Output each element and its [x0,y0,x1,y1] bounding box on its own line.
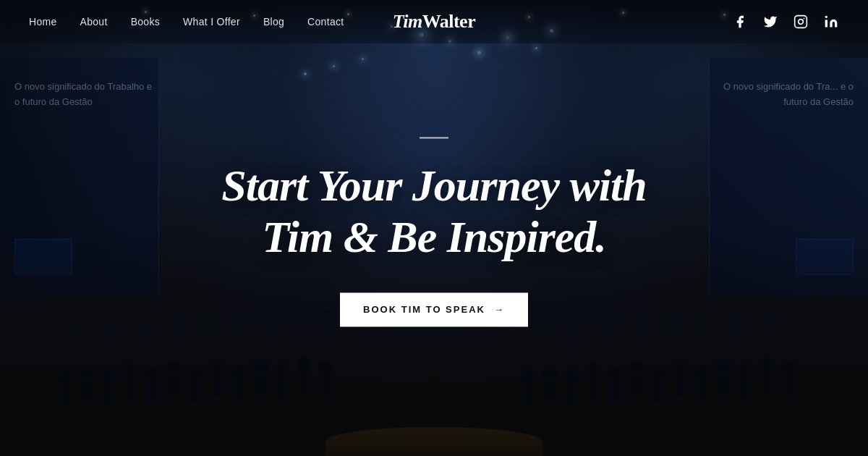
nav-item-contact[interactable]: Contact [307,16,344,28]
nav-links: Home About Books What I Offer Blog Conta… [29,16,344,28]
linkedin-icon[interactable] [823,14,839,30]
navbar: Home About Books What I Offer Blog Conta… [0,0,868,43]
hero-section: O novo significado do Trabalho e o futur… [0,0,868,456]
social-links [732,14,839,30]
svg-rect-118 [795,16,807,28]
nav-item-home[interactable]: Home [29,16,57,28]
nav-item-about[interactable]: About [80,16,108,28]
hero-divider [420,137,448,138]
cta-arrow: → [494,304,505,315]
facebook-icon[interactable] [732,14,748,30]
instagram-icon[interactable] [793,14,809,30]
svg-rect-120 [825,20,827,28]
cta-label: BOOK TIM TO SPEAK [363,304,485,315]
site-logo[interactable]: TimWalter [393,11,475,33]
hero-title: Start Your Journey with Tim & Be Inspire… [181,160,687,263]
nav-item-books[interactable]: Books [131,16,160,28]
nav-item-what-i-offer[interactable]: What I Offer [183,16,240,28]
hero-content: Start Your Journey with Tim & Be Inspire… [181,137,687,326]
nav-item-blog[interactable]: Blog [263,16,284,28]
svg-point-121 [825,16,827,18]
twitter-icon[interactable] [762,14,778,30]
book-tim-button[interactable]: BOOK TIM TO SPEAK → [340,292,528,326]
